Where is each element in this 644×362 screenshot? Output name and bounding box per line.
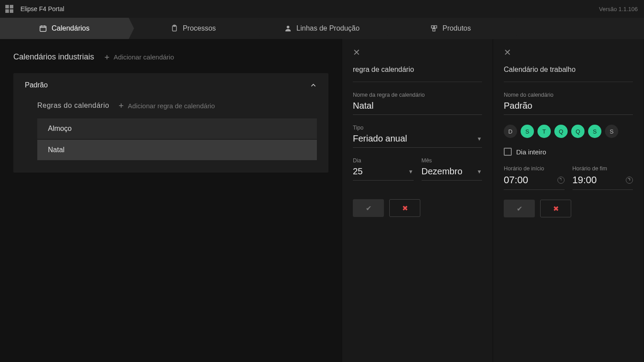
person-icon — [284, 24, 292, 32]
weekday-selector: DSTQQSS — [504, 125, 633, 138]
main-tabs: Calendários Processos Linhas de Produção… — [0, 18, 644, 39]
rule-name-value: Natal — [353, 101, 374, 111]
plus-icon — [104, 54, 110, 60]
tab-label: Linhas de Produção — [296, 24, 360, 32]
main-area: Calendários industriais Adicionar calend… — [0, 39, 644, 362]
rule-item-natal[interactable]: Natal — [37, 140, 317, 160]
calendar-icon — [39, 24, 47, 32]
check-icon: ✔ — [517, 205, 522, 213]
tab-processes[interactable]: Processos — [129, 18, 257, 39]
rule-edit-panel: ✕ regra de calendário Nome da regra de c… — [342, 39, 493, 362]
checkbox-icon — [504, 148, 512, 156]
calendar-card: Padrão Regras do calendário Adicionar re… — [13, 73, 328, 173]
work-calendar-panel: ✕ Calendário de trabalho Nome do calendá… — [493, 39, 644, 362]
calendar-expand-header[interactable]: Padrão — [13, 73, 328, 97]
rule-name-input[interactable]: Natal — [353, 101, 482, 115]
all-day-checkbox[interactable]: Dia inteiro — [504, 148, 633, 156]
work-name-value: Padrão — [504, 101, 533, 111]
tab-label: Processos — [183, 24, 216, 32]
confirm-button[interactable]: ✔ — [353, 199, 384, 217]
weekday-chip-6[interactable]: S — [605, 125, 618, 138]
tab-production-lines[interactable]: Linhas de Produção — [257, 18, 386, 39]
rule-list: Almoço Natal — [37, 118, 317, 160]
start-time-value: 07:00 — [504, 174, 528, 186]
confirm-button[interactable]: ✔ — [504, 200, 535, 217]
cancel-button[interactable]: ✖ — [540, 200, 571, 217]
weekday-chip-5[interactable]: S — [588, 125, 601, 138]
svg-rect-6 — [433, 29, 435, 31]
clock-icon — [626, 177, 633, 184]
tab-products[interactable]: Produtos — [386, 18, 515, 39]
calendar-name: Padrão — [25, 81, 48, 89]
app-title: Elipse F4 Portal — [20, 5, 64, 12]
apps-grid-icon[interactable] — [5, 5, 13, 13]
rule-month-label: Mês — [422, 157, 482, 164]
work-name-input[interactable]: Padrão — [504, 101, 633, 115]
weekday-chip-1[interactable]: S — [521, 125, 534, 138]
start-time-input[interactable]: 07:00 — [504, 174, 565, 190]
add-rule-button[interactable]: Adicionar regra de calendário — [118, 102, 215, 110]
end-time-input[interactable]: 19:00 — [573, 174, 633, 190]
end-time-value: 19:00 — [573, 174, 597, 186]
close-icon: ✖ — [553, 205, 559, 213]
cancel-button[interactable]: ✖ — [389, 199, 420, 217]
tab-label: Calendários — [51, 24, 89, 32]
boxes-icon — [430, 24, 438, 32]
clipboard-icon — [170, 24, 178, 32]
rule-type-value: Feriado anual — [353, 134, 407, 144]
chevron-down-icon: ▼ — [408, 169, 414, 175]
svg-point-3 — [287, 26, 289, 28]
all-day-label: Dia inteiro — [516, 148, 546, 156]
chevron-down-icon: ▼ — [477, 136, 482, 142]
add-rule-label: Adicionar regra de calendário — [128, 102, 215, 110]
close-icon: ✖ — [402, 204, 408, 212]
start-time-label: Horário de início — [504, 165, 565, 172]
rule-type-label: Tipo — [353, 125, 482, 131]
weekday-chip-3[interactable]: Q — [554, 125, 568, 138]
rule-day-label: Dia — [353, 157, 414, 164]
rule-panel-title: regra de calendário — [353, 66, 482, 82]
close-icon[interactable]: ✕ — [504, 47, 511, 58]
svg-rect-0 — [40, 26, 47, 31]
rule-day-value: 25 — [353, 166, 363, 177]
section-title: Calendários industriais — [13, 52, 94, 62]
tab-label: Produtos — [443, 24, 471, 32]
rule-name-label: Nome da regra de calendário — [353, 92, 482, 98]
tab-calendars[interactable]: Calendários — [0, 18, 129, 39]
weekday-chip-2[interactable]: T — [537, 125, 551, 138]
add-calendar-button[interactable]: Adicionar calendário — [104, 53, 174, 61]
svg-rect-4 — [431, 26, 434, 28]
rule-day-select[interactable]: 25 ▼ — [353, 166, 414, 181]
clock-icon — [557, 177, 565, 184]
calendars-panel: Calendários industriais Adicionar calend… — [0, 39, 342, 362]
chevron-up-icon — [310, 82, 317, 89]
work-panel-title: Calendário de trabalho — [504, 66, 633, 82]
topbar: Elipse F4 Portal Versão 1.1.106 — [0, 0, 644, 18]
close-icon[interactable]: ✕ — [353, 47, 360, 58]
check-icon: ✔ — [366, 204, 371, 212]
rule-month-value: Dezembro — [422, 166, 462, 177]
weekday-chip-0[interactable]: D — [504, 125, 517, 138]
svg-rect-5 — [435, 26, 437, 28]
rule-item-almoco[interactable]: Almoço — [37, 118, 317, 139]
plus-icon — [118, 102, 124, 109]
rule-type-select[interactable]: Feriado anual ▼ — [353, 134, 482, 148]
work-name-label: Nome do calendário — [504, 92, 633, 98]
chevron-down-icon: ▼ — [477, 169, 482, 175]
version-label: Versão 1.1.106 — [599, 6, 638, 12]
rules-title: Regras do calendário — [37, 102, 109, 110]
add-calendar-label: Adicionar calendário — [114, 53, 174, 61]
weekday-chip-4[interactable]: Q — [571, 125, 585, 138]
rule-month-select[interactable]: Dezembro ▼ — [422, 166, 482, 181]
end-time-label: Horário de fim — [573, 165, 633, 172]
